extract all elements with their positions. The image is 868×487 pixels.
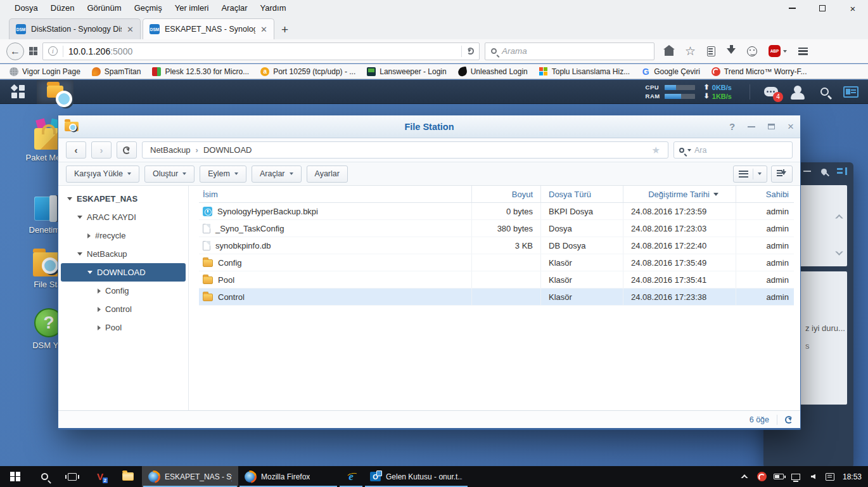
file-explorer-button[interactable] (114, 466, 142, 487)
panel-toggle-icon[interactable] (837, 167, 847, 175)
volume-tray-button[interactable] (805, 466, 822, 487)
create-button[interactable]: Oluştur (144, 166, 195, 183)
column-header-type[interactable]: Dosya Türü (540, 186, 623, 202)
upload-button[interactable]: Karşıya Yükle (66, 166, 139, 183)
pin-icon[interactable] (820, 167, 828, 176)
menu-history[interactable]: Geçmiş (129, 2, 168, 14)
main-menu-button[interactable] (0, 80, 37, 104)
bookmark-plesk[interactable]: Plesk 12.5.30 for Micro... (148, 67, 253, 77)
breadcrumb-netbackup[interactable]: NetBackup (150, 145, 191, 155)
menu-view[interactable]: Görünüm (81, 2, 127, 14)
site-info-icon[interactable]: i (48, 46, 58, 56)
tree-item-netbackup[interactable]: NetBackup (61, 245, 186, 263)
taskbar-search-button[interactable] (30, 466, 58, 487)
bookmark-spamtitan[interactable]: SpamTitan (87, 67, 146, 77)
fs-search-field[interactable]: Ara (673, 141, 793, 159)
nav-refresh-button[interactable] (117, 141, 137, 159)
reading-list-icon[interactable] (707, 46, 715, 56)
help-button[interactable]: ? (729, 121, 735, 132)
tab-close-icon[interactable]: ✕ (260, 25, 267, 34)
taskbar-clock[interactable]: 18:53 (839, 472, 868, 481)
tab-eskapet-nas[interactable]: DSM ESKAPET_NAS - Synology ... ✕ (143, 18, 274, 39)
bookmark-toplu-lisanslama[interactable]: Toplu Lisanslama Hiz... (535, 67, 634, 77)
trend-micro-tray-button[interactable] (753, 466, 770, 487)
chevron-down-icon[interactable] (835, 247, 843, 256)
bookmark-trend-micro[interactable]: Trend Micro™ Worry-F... (707, 67, 812, 77)
column-header-modified[interactable]: Değiştirme Tarihi (623, 186, 736, 202)
user-options-button[interactable] (784, 80, 811, 104)
chevron-down-icon[interactable] (687, 149, 691, 152)
chevron-down-icon[interactable] (758, 172, 762, 175)
column-header-size[interactable]: Boyut (472, 186, 540, 202)
bookmark-unleashed[interactable]: Unleashed Login (454, 67, 532, 77)
feedback-smiley-icon[interactable] (747, 46, 757, 56)
window-titlebar[interactable]: File Station ? × (58, 115, 800, 138)
expand-caret-icon[interactable] (77, 216, 82, 219)
view-mode-button[interactable] (733, 166, 767, 183)
dsm-search-button[interactable] (811, 80, 838, 104)
resource-meters[interactable]: CPU RAM (646, 84, 695, 100)
menu-tools[interactable]: Araçlar (215, 2, 253, 14)
browser-search-field[interactable]: Arama (485, 42, 654, 60)
table-row[interactable]: _Syno_TaskConfig 380 bytes Dosya 24.08.2… (199, 220, 794, 237)
tree-item-control[interactable]: Control (61, 300, 186, 318)
table-row[interactable]: SynologyHyperBackup.bkpi 0 bytes BKPI Do… (199, 203, 794, 220)
reload-icon[interactable] (467, 48, 474, 55)
taskbar-task-firefox[interactable]: Mozilla Firefox (238, 466, 338, 487)
tab-diskstation[interactable]: DSM DiskStation - Synology Dis... ✕ (9, 18, 141, 39)
action-center-button[interactable] (822, 466, 839, 487)
url-bar[interactable]: i 10.0.1.206:5000 (42, 42, 480, 60)
table-row-selected[interactable]: Control Klasör 24.08.2016 17:23:38 admin (199, 289, 794, 306)
close-button[interactable]: × (788, 121, 794, 132)
menu-file[interactable]: Dosya (9, 2, 44, 14)
back-button[interactable]: ← (6, 42, 24, 60)
action-button[interactable]: Eylem (200, 166, 246, 183)
home-icon[interactable] (665, 49, 673, 56)
collapsed-caret-icon[interactable] (98, 325, 101, 330)
tree-item-pool[interactable]: Pool (61, 318, 186, 337)
taskbar-task-eskapet[interactable]: ESKAPET_NAS - Synol... (142, 466, 238, 487)
expand-caret-icon[interactable] (87, 271, 93, 274)
tree-item-recycle[interactable]: #recycle (61, 226, 186, 245)
start-button[interactable] (0, 466, 30, 487)
widget-minimize-icon[interactable] (803, 171, 811, 172)
column-header-owner[interactable]: Sahibi (736, 186, 794, 202)
taskbar-task-internet-explorer[interactable]: e (338, 466, 364, 487)
nav-forward-button[interactable]: › (91, 141, 112, 159)
bookmark-port[interactable]: aPort 10259 (tcp/udp) - ... (256, 67, 360, 77)
browser-minimize-button[interactable] (777, 0, 807, 16)
grid-icon[interactable] (29, 47, 37, 55)
collapsed-caret-icon[interactable] (98, 289, 101, 294)
expand-caret-icon[interactable] (67, 197, 72, 200)
browser-close-button[interactable]: × (838, 0, 868, 16)
new-tab-button[interactable]: + (276, 23, 296, 39)
breadcrumb-download[interactable]: DOWNLOAD (203, 145, 252, 155)
tab-close-icon[interactable]: ✕ (127, 25, 134, 34)
chevron-up-icon[interactable] (835, 214, 843, 223)
bookmark-google-ceviri[interactable]: GGoogle Çeviri (637, 67, 705, 77)
browser-maximize-button[interactable] (807, 0, 838, 16)
tree-item-arac-kaydi[interactable]: ARAC KAYDI (61, 208, 186, 226)
breadcrumb[interactable]: NetBackup › DOWNLOAD ★ (142, 141, 668, 159)
notifications-button[interactable]: 4 (758, 80, 784, 104)
downloads-icon[interactable] (727, 48, 736, 54)
collapsed-caret-icon[interactable] (87, 233, 91, 238)
menu-edit[interactable]: Düzen (45, 2, 80, 14)
battery-tray-button[interactable] (770, 466, 788, 487)
expand-caret-icon[interactable] (77, 252, 82, 256)
tree-item-eskapet-nas[interactable]: ESKAPET_NAS (61, 190, 186, 208)
tray-expand-button[interactable] (736, 466, 753, 487)
maximize-button[interactable] (768, 124, 775, 129)
menu-help[interactable]: Yardım (255, 2, 292, 14)
taskbar-task-outlook[interactable]: O Gelen Kutusu - onur.t... (364, 466, 469, 487)
pilot-view-button[interactable] (838, 80, 864, 104)
network-tray-button[interactable] (788, 466, 805, 487)
favorite-star-icon[interactable]: ★ (652, 145, 660, 156)
tools-button[interactable]: Araçlar (252, 166, 302, 183)
task-view-button[interactable] (58, 466, 86, 487)
bookmark-lansweeper[interactable]: Lansweeper - Login (362, 67, 450, 77)
menu-hamburger-icon[interactable] (798, 48, 808, 55)
pinned-app-v2-button[interactable]: 2V (86, 466, 114, 487)
nav-back-button[interactable]: ‹ (66, 141, 86, 159)
column-header-name[interactable]: İsim (199, 186, 472, 202)
